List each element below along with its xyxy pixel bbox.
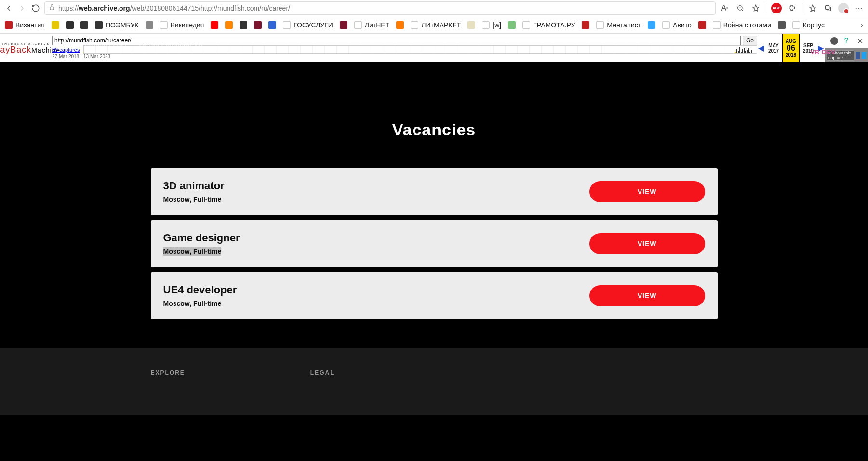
bookmark-item[interactable]: [66, 21, 74, 29]
bookmark-item[interactable]: [396, 21, 404, 29]
browser-chrome: https://web.archive.org/web/201808061447…: [0, 0, 868, 34]
view-button[interactable]: VIEW: [589, 233, 705, 254]
footer-explore-heading: EXPLORE: [151, 369, 185, 376]
more-icon[interactable]: ⋯: [854, 3, 864, 13]
bookmark-favicon: [778, 21, 786, 29]
bookmark-label: Корпус: [803, 21, 825, 29]
bookmark-item[interactable]: [467, 21, 475, 29]
footer-legal-heading: LEGAL: [310, 369, 335, 376]
site-nav-item[interactable]: Soviet Lunapark VR: [139, 40, 203, 48]
zoom-icon[interactable]: [735, 3, 746, 13]
bookmark-label: Авито: [673, 21, 692, 29]
vacancy-title: 3D animator: [163, 180, 225, 192]
wayback-active-month[interactable]: AUG 06 2018: [782, 34, 800, 62]
bookmark-label: ПОЭМБУК: [106, 21, 139, 29]
bookmark-item[interactable]: [52, 21, 59, 29]
bookmark-item[interactable]: [340, 21, 347, 29]
bookmark-favicon: [582, 21, 589, 29]
bookmark-item[interactable]: ГОСУСЛУГИ: [283, 21, 333, 29]
site-vr-label: VR DEV: [810, 48, 835, 56]
bookmark-item[interactable]: Менталист: [596, 21, 641, 29]
wayback-go-button[interactable]: Go: [743, 36, 757, 45]
bookmark-label: Википедия: [171, 21, 204, 29]
wayback-account-icon[interactable]: [830, 37, 838, 45]
bookmark-item[interactable]: [254, 21, 262, 29]
bookmark-item[interactable]: Википедия: [160, 21, 204, 29]
vacancy-title: Game designer: [163, 232, 240, 244]
vacancy-card: Game designerMoscow, Full-timeVIEW: [151, 220, 718, 267]
bookmark-item[interactable]: Корпус: [792, 21, 825, 29]
bookmark-item[interactable]: [w]: [482, 21, 501, 29]
nav-row: https://web.archive.org/web/201808061447…: [0, 0, 868, 16]
twitter-icon[interactable]: [862, 52, 866, 59]
site-nav: BlogAtomic HeartSoviet Lunapark VR: [58, 40, 203, 48]
bookmark-item[interactable]: [146, 21, 153, 29]
bookmark-item[interactable]: [698, 21, 706, 29]
bookmark-favicon: [354, 21, 362, 29]
bookmark-favicon: [340, 21, 347, 29]
read-aloud-icon[interactable]: A»: [720, 3, 730, 13]
bookmark-favicon: [211, 21, 218, 29]
profile-icon[interactable]: [838, 3, 849, 13]
back-button[interactable]: [4, 3, 13, 13]
bookmark-label: ЛитНЕТ: [365, 21, 389, 29]
bookmark-item[interactable]: [268, 21, 276, 29]
bookmark-item[interactable]: Авито: [662, 21, 692, 29]
bookmark-favicon: [5, 21, 13, 29]
wayback-prev-month[interactable]: MAY 2017: [765, 34, 782, 62]
bookmark-item[interactable]: ПОЭМБУК: [95, 21, 139, 29]
page: Vacancies 3D animatorMoscow, Full-timeVI…: [0, 63, 868, 461]
chrome-right-icons: A» ABP ⋯: [720, 3, 864, 13]
vacancy-subtitle: Moscow, Full-time: [163, 195, 222, 204]
bookmark-item[interactable]: ЛИтМАРКЕТ: [411, 21, 461, 29]
bookmark-favicon: [411, 21, 418, 29]
collections-icon[interactable]: [823, 3, 833, 13]
bookmark-favicon: [240, 21, 247, 29]
wayback-prev-arrow[interactable]: ◀: [757, 34, 765, 62]
vacancy-subtitle: Moscow, Full-time: [163, 247, 222, 256]
bookmark-favicon: [95, 21, 103, 29]
favorites-list-icon[interactable]: [807, 3, 818, 13]
abp-icon[interactable]: ABP: [771, 3, 782, 13]
bookmark-item[interactable]: Византия: [5, 21, 45, 29]
vacancy-card: UE4 developerMoscow, Full-timeVIEW: [151, 272, 718, 319]
bookmarks-overflow-icon[interactable]: ›: [861, 21, 863, 29]
refresh-button[interactable]: [31, 3, 40, 13]
site-nav-item[interactable]: Atomic Heart: [85, 40, 127, 48]
lock-icon: [49, 4, 55, 12]
bookmark-item[interactable]: [80, 21, 88, 29]
bookmark-item[interactable]: Война с готами: [713, 21, 771, 29]
wayback-close-icon[interactable]: ✕: [855, 36, 865, 46]
bookmark-favicon: [66, 21, 74, 29]
wayback-help-icon[interactable]: ?: [841, 36, 852, 46]
bookmark-label: Менталист: [607, 21, 641, 29]
bookmark-label: ГРАМОТА.РУ: [533, 21, 575, 29]
bookmark-favicon: [648, 21, 655, 29]
bookmark-item[interactable]: ГРАМОТА.РУ: [522, 21, 575, 29]
bookmark-favicon: [146, 21, 153, 29]
bookmark-item[interactable]: [778, 21, 786, 29]
bookmark-item[interactable]: [211, 21, 218, 29]
vacancy-card: 3D animatorMoscow, Full-timeVIEW: [151, 168, 718, 215]
bookmark-item[interactable]: ЛитНЕТ: [354, 21, 389, 29]
svg-rect-2: [826, 5, 829, 9]
site-nav-item[interactable]: Blog: [58, 40, 72, 48]
bookmark-item[interactable]: [225, 21, 233, 29]
extensions-icon[interactable]: [787, 3, 797, 13]
url-bar[interactable]: https://web.archive.org/web/201808061447…: [44, 1, 716, 15]
bookmark-label: ГОСУСЛУГИ: [294, 21, 333, 29]
vacancy-subtitle: Moscow, Full-time: [163, 299, 222, 308]
bookmark-item[interactable]: [508, 21, 516, 29]
view-button[interactable]: VIEW: [589, 285, 705, 306]
divider: [766, 3, 766, 13]
bookmarks-bar: ВизантияПОЭМБУКВикипедияГОСУСЛУГИЛитНЕТЛ…: [0, 16, 868, 34]
bookmark-favicon: [698, 21, 706, 29]
wayback-logo[interactable]: INTERNET ARCHIVE WayBackMachine: [0, 34, 52, 62]
bookmark-item[interactable]: [648, 21, 655, 29]
bookmark-item[interactable]: [582, 21, 589, 29]
view-button[interactable]: VIEW: [589, 181, 705, 202]
bookmark-item[interactable]: [240, 21, 247, 29]
facebook-icon[interactable]: [856, 52, 860, 59]
bookmark-favicon: [467, 21, 475, 29]
favorite-icon[interactable]: [750, 3, 761, 13]
